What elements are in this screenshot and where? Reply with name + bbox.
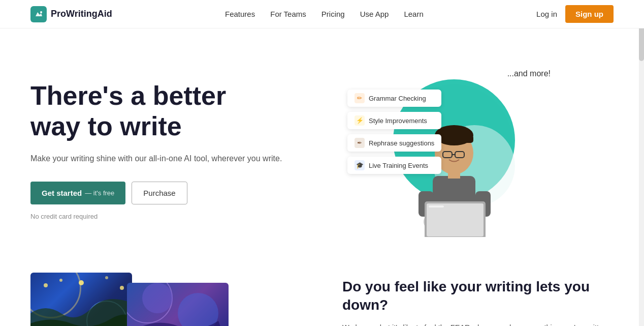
- training-icon: 🎓: [355, 160, 365, 170]
- section2-body: We know what it's like to feel the FEAR …: [342, 322, 614, 326]
- svg-point-19: [59, 279, 62, 282]
- pill-style: ⚡ Style Improvements: [347, 112, 441, 129]
- svg-point-23: [142, 283, 173, 313]
- no-credit-text: No credit card required: [30, 213, 295, 220]
- painting-card-1: [30, 273, 132, 326]
- svg-point-24: [178, 293, 218, 326]
- section2-right: Do you feel like your writing lets you d…: [342, 273, 614, 326]
- feature-pills: ✏ Grammar Checking ⚡ Style Improvements …: [347, 90, 441, 174]
- nav-use-app[interactable]: Use App: [360, 10, 389, 18]
- painting-container: My idea in my head: [30, 273, 203, 326]
- hero-section: There's a better way to write Make your …: [0, 28, 644, 262]
- svg-point-21: [105, 276, 108, 279]
- hero-subtitle: Make your writing shine with our all-in-…: [30, 152, 295, 165]
- svg-point-1: [40, 11, 42, 13]
- nav-features[interactable]: Features: [225, 10, 255, 18]
- section2-left: My idea in my head: [30, 273, 302, 326]
- svg-point-18: [44, 283, 48, 287]
- nav-right: Log in Sign up: [536, 5, 614, 23]
- pill-training: 🎓 Live Training Events: [347, 157, 441, 174]
- nav-links: Features For Teams Pricing Use App Learn: [225, 10, 424, 19]
- overlay-svg: [127, 283, 229, 326]
- section2-title: Do you feel like your writing lets you d…: [342, 278, 614, 315]
- login-button[interactable]: Log in: [536, 10, 557, 18]
- svg-rect-16: [427, 203, 484, 236]
- section2: My idea in my head Do you feel like your…: [0, 262, 644, 326]
- get-started-button[interactable]: Get started — it's free: [30, 182, 125, 204]
- nav-learn[interactable]: Learn: [404, 10, 423, 18]
- style-icon: ⚡: [355, 115, 365, 126]
- navbar: ProWritingAid Features For Teams Pricing…: [0, 0, 644, 28]
- svg-point-20: [79, 280, 84, 285]
- grammar-icon: ✏: [355, 93, 365, 103]
- painting-card-2: [127, 283, 229, 326]
- brand-logo[interactable]: ProWritingAid: [30, 6, 112, 22]
- nav-for-teams[interactable]: For Teams: [270, 10, 306, 18]
- signup-button[interactable]: Sign up: [565, 5, 614, 23]
- pill-rephrase: ✒ Rephrase suggestions: [347, 134, 441, 152]
- hero-right: ...and more!: [295, 59, 614, 242]
- pill-grammar: ✏ Grammar Checking: [347, 90, 441, 107]
- page-scrollbar[interactable]: [639, 0, 644, 326]
- brand-name: ProWritingAid: [51, 9, 112, 19]
- svg-point-22: [120, 286, 124, 290]
- starry-night-svg: [30, 273, 132, 326]
- hero-title: There's a better way to write: [30, 81, 295, 142]
- rephrase-icon: ✒: [355, 138, 365, 148]
- hero-buttons: Get started — it's free Purchase: [30, 182, 295, 204]
- hero-left: There's a better way to write Make your …: [30, 81, 295, 220]
- nav-pricing[interactable]: Pricing: [321, 10, 345, 18]
- svg-rect-17: [429, 205, 444, 208]
- logo-icon: [30, 6, 47, 22]
- purchase-button[interactable]: Purchase: [132, 182, 187, 204]
- hero-illustration: ...and more!: [358, 64, 551, 237]
